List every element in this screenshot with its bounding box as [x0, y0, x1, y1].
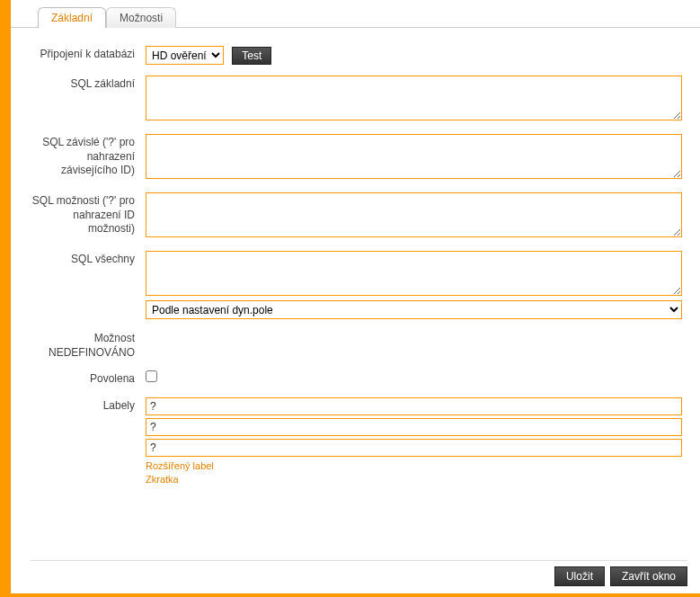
- tab-options[interactable]: Možnosti: [106, 7, 176, 28]
- label-sql-all: SQL všechny: [29, 251, 146, 298]
- label-sql-opt: SQL možnosti ('?' pro nahrazení ID možno…: [29, 192, 146, 240]
- tab-basic[interactable]: Základní: [38, 7, 106, 28]
- shortcut-link[interactable]: Zkratka: [146, 473, 682, 486]
- label-sql-basic: SQL základní: [29, 76, 146, 123]
- sql-opt-textarea[interactable]: [146, 192, 682, 237]
- test-button[interactable]: Test: [232, 47, 271, 65]
- label-dbconn: Připojení k databázi: [29, 46, 146, 65]
- save-button[interactable]: Uložit: [554, 566, 605, 586]
- close-button[interactable]: Zavřít okno: [610, 566, 687, 586]
- label-input-3[interactable]: [146, 439, 682, 457]
- label-labels: Labely: [29, 397, 146, 487]
- label-input-1[interactable]: [146, 397, 682, 415]
- sql-all-textarea[interactable]: [146, 251, 682, 296]
- enabled-checkbox[interactable]: [146, 370, 157, 382]
- label-enabled: Povolena: [29, 370, 146, 387]
- label-sql-dep: SQL závislé ('?' pro nahrazení závisejíc…: [29, 134, 146, 182]
- sql-dep-textarea[interactable]: [146, 134, 682, 179]
- label-input-2[interactable]: [146, 418, 682, 436]
- dyn-field-select[interactable]: Podle nastavení dyn.pole: [146, 300, 682, 319]
- extended-label-link[interactable]: Rozšířený label: [146, 459, 682, 473]
- label-opt-undef: Možnost NEDEFINOVÁNO: [29, 330, 146, 360]
- sql-basic-textarea[interactable]: [146, 76, 682, 120]
- db-connection-select[interactable]: HD ověření: [146, 46, 224, 65]
